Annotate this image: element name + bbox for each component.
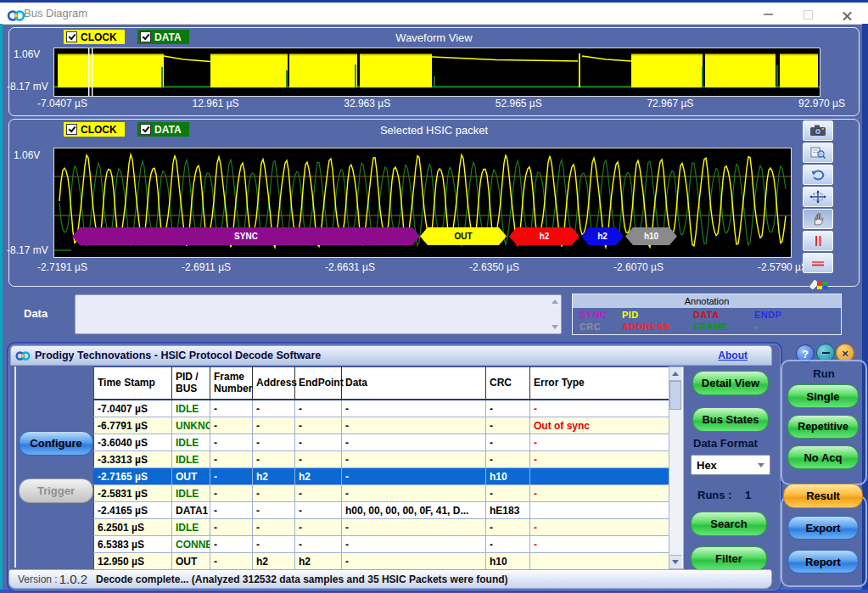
packet-toolbar (803, 120, 833, 297)
cell: DATA1 (172, 502, 210, 519)
annotation-item: - (754, 322, 758, 332)
column-header[interactable]: CRC (486, 367, 530, 400)
column-header[interactable]: Error Type (530, 367, 669, 400)
table-scrollbar[interactable] (669, 366, 684, 569)
time-tick: -2.7191 µS (37, 261, 87, 273)
scrollbar-up-button[interactable] (669, 367, 681, 381)
table-row[interactable]: 6.2501 µSIDLE------ (94, 519, 669, 536)
cell: - (210, 485, 253, 502)
cell: h10 (486, 468, 530, 485)
column-header[interactable]: Data (342, 367, 486, 400)
column-header[interactable]: Frame Number (210, 367, 253, 400)
cell: -6.7791 µS (94, 417, 172, 434)
packet-out[interactable]: OUT (420, 227, 507, 245)
undo-icon[interactable] (803, 165, 833, 185)
cell: h2 (295, 468, 342, 485)
data-format-value: Hex (697, 459, 717, 472)
configure-button[interactable]: Configure (19, 431, 93, 456)
no-acq-button[interactable]: No Acq (787, 445, 859, 469)
snapshot-camera-icon[interactable] (803, 120, 833, 141)
time-tick: 92.970 µS (798, 98, 845, 109)
column-header[interactable]: Time Stamp (94, 367, 172, 400)
zoom-preview-icon[interactable] (803, 143, 833, 163)
cell: - (530, 451, 669, 468)
cell: h10 (486, 553, 530, 570)
packet-sync[interactable]: SYNC (72, 227, 420, 245)
packet-data-checkbox-box (140, 124, 151, 135)
cell: - (342, 417, 486, 434)
decoder-title: Prodigy Technovations - HSIC Protocol De… (35, 350, 321, 361)
trigger-button[interactable]: Trigger (19, 478, 93, 503)
filter-button[interactable]: Filter (691, 546, 767, 571)
bus-states-button[interactable]: Bus States (692, 407, 769, 432)
report-button[interactable]: Report (787, 550, 859, 573)
y-max-label: 1.06V (14, 48, 40, 60)
data-section-label: Data (24, 307, 48, 320)
scroll-up-icon[interactable] (552, 299, 558, 304)
single-button[interactable]: Single (787, 384, 859, 408)
about-link[interactable]: About (718, 350, 748, 361)
cell: IDLE (172, 400, 210, 417)
detail-view-button[interactable]: Detail View (692, 371, 769, 395)
scroll-down-icon[interactable] (552, 325, 558, 329)
table-row[interactable]: -6.7791 µSUNKNO...-----Out of sync (94, 417, 669, 434)
table-row[interactable]: 6.5383 µSCONNE...------ (94, 536, 669, 553)
cell: h2 (253, 553, 295, 570)
pan-hand-icon[interactable] (803, 209, 833, 229)
packet-data-label: DATA (154, 124, 182, 136)
column-header[interactable]: Address (253, 367, 295, 400)
packet-h10[interactable]: h10 (625, 227, 677, 245)
cell: OUT (172, 468, 210, 485)
annotation-colors-icon[interactable] (803, 275, 833, 295)
data-format-label: Data Format (693, 437, 758, 450)
packet-clock-checkbox-box (66, 124, 77, 135)
fit-view-icon[interactable] (803, 187, 833, 207)
result-tab[interactable]: Result (783, 484, 863, 508)
table-row[interactable]: -3.3313 µSIDLE------ (94, 451, 669, 468)
clock-label: CLOCK (81, 31, 117, 43)
packet-time-axis: -2.7191 µS -2.6911 µS -2.6631 µS -2.6350… (37, 261, 808, 273)
data-format-select[interactable]: Hex (691, 455, 770, 475)
cell: - (253, 519, 295, 536)
horizontal-cursors-icon[interactable] (803, 253, 833, 273)
vertical-cursors-icon[interactable] (803, 231, 833, 251)
time-tick: 12.961 µS (193, 98, 239, 109)
annotation-item: ADDRESS (622, 322, 670, 332)
scrollbar-down-button[interactable] (669, 555, 681, 568)
repetitive-button[interactable]: Repetitive (787, 415, 859, 439)
table-row[interactable]: -2.7165 µSOUT-h2h2-h10 (94, 468, 669, 485)
close-button[interactable] (833, 6, 860, 25)
table-row[interactable]: -2.4165 µSDATA1---h00, 00, 00, 00, 0F, 4… (94, 502, 669, 519)
run-panel-title: Run (782, 367, 865, 380)
overview-waveform-plot[interactable] (53, 48, 820, 97)
data-checkbox[interactable]: DATA (137, 30, 189, 44)
column-header[interactable]: EndPoint (295, 367, 342, 400)
time-tick: -2.6631 µS (325, 261, 375, 273)
clock-checkbox[interactable]: CLOCK (64, 30, 125, 44)
packet-h2[interactable]: h2 (581, 227, 624, 245)
cell: hE183 (486, 502, 530, 519)
cell: - (530, 536, 669, 553)
data-field[interactable] (75, 294, 562, 334)
window-title: Bus Diagram (24, 7, 87, 20)
table-row[interactable]: -2.5831 µSIDLE------ (94, 485, 669, 502)
export-button[interactable]: Export (787, 516, 859, 540)
search-button[interactable]: Search (691, 512, 767, 536)
packet-h2[interactable]: h2 (509, 227, 580, 245)
cell: -3.3313 µS (94, 451, 172, 468)
time-tick: -2.5790 µS (758, 261, 808, 273)
cell: IDLE (172, 485, 210, 502)
table-row[interactable]: 12.950 µSOUT-h2h2-h10 (94, 553, 669, 570)
annotation-item: SYNC (580, 310, 607, 320)
overview-time-axis: -7.0407 µS 12.961 µS 32.963 µS 52.965 µS… (37, 98, 845, 109)
table-row[interactable]: -3.6040 µSIDLE------ (94, 434, 669, 451)
maximize-button[interactable] (794, 5, 821, 24)
annotation-legend: Annotation SYNCPIDDATAENDPCRCADDRESSFRAM… (572, 294, 842, 335)
table-row[interactable]: -7.0407 µSIDLE------ (94, 400, 669, 417)
packet-clock-checkbox[interactable]: CLOCK (64, 122, 125, 137)
minimize-button[interactable] (754, 5, 781, 24)
scrollbar-thumb[interactable] (669, 381, 681, 410)
decode-table-header: Time StampPID / BUSFrame NumberAddressEn… (94, 367, 669, 400)
packet-data-checkbox[interactable]: DATA (137, 122, 189, 137)
column-header[interactable]: PID / BUS (172, 367, 210, 400)
